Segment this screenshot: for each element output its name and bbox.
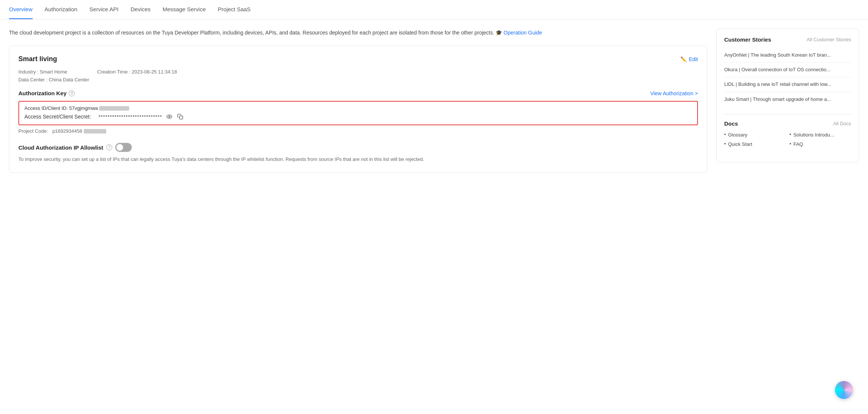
svg-point-0 (167, 115, 172, 118)
ip-allowlist-title: Cloud Authorization IP Allowlist (18, 144, 103, 151)
story-item-2[interactable]: Okura | Overall connection of IoT OS con… (724, 63, 851, 77)
customer-stories-header: Customer Stories All Customer Stories (724, 36, 851, 43)
toggle-thumb (116, 144, 123, 151)
view-authorization-link[interactable]: View Authorization > (650, 90, 698, 96)
access-id-blurred (99, 106, 129, 111)
bullet-1: • (724, 132, 726, 137)
industry-label: Industry : Smart Home (18, 69, 67, 75)
project-title: Smart living (18, 55, 57, 63)
creation-time: Creation Time : 2023-08-25 11:34:18 (97, 69, 177, 75)
customer-stories-section: Customer Stories All Customer Stories An… (724, 36, 851, 106)
docs-header: Docs All Docs (724, 120, 851, 127)
project-meta: Industry : Smart Home Creation Time : 20… (18, 69, 698, 75)
project-card: Smart living ✏️ Edit Industry : Smart Ho… (9, 46, 707, 173)
access-secret-label: Access Secret/Client Secret: (24, 114, 91, 120)
edit-icon: ✏️ (680, 56, 687, 62)
ip-allowlist-section: Cloud Authorization IP Allowlist ? To im… (18, 143, 698, 164)
svg-point-1 (169, 116, 170, 118)
doc-item-faq[interactable]: • FAQ (790, 141, 851, 147)
docs-grid: • Glossary • Solutions Introdu... • Quic… (724, 132, 851, 147)
sidebar-card: Customer Stories All Customer Stories An… (716, 28, 859, 162)
copy-icon (177, 114, 183, 120)
tab-devices[interactable]: Devices (131, 0, 151, 19)
tab-authorization[interactable]: Authorization (45, 0, 78, 19)
svg-rect-2 (179, 116, 183, 119)
description-text: The cloud development project is a colle… (9, 28, 707, 37)
data-center-row: Data Center : China Data Center (18, 77, 698, 82)
tab-service-api[interactable]: Service API (89, 0, 119, 19)
bullet-3: • (724, 141, 726, 147)
left-panel: The cloud development project is a colle… (9, 28, 707, 182)
access-secret-masked: **************************** (98, 114, 162, 120)
project-card-header: Smart living ✏️ Edit (18, 55, 698, 63)
operation-guide-link[interactable]: 🎓 Operation Guide (496, 30, 542, 36)
auth-key-box: Access ID/Client ID: 57vgjmgmwa Access S… (18, 101, 698, 125)
access-id-row: Access ID/Client ID: 57vgjmgmwa (24, 105, 692, 111)
ip-allowlist-help-icon[interactable]: ? (106, 144, 112, 150)
tab-bar: Overview Authorization Service API Devic… (0, 0, 868, 20)
ip-allowlist-desc: To improve security, you can set up a li… (18, 156, 698, 164)
doc-item-glossary[interactable]: • Glossary (724, 132, 786, 138)
auth-key-help-icon[interactable]: ? (69, 90, 75, 96)
project-code-row: Project Code: p1692934458 (18, 128, 698, 134)
customer-stories-title: Customer Stories (724, 36, 771, 43)
reveal-secret-button[interactable] (165, 112, 173, 121)
all-docs-link[interactable]: All Docs (833, 121, 851, 126)
story-item-1[interactable]: AnyOnNet | The leading South Korean IoT … (724, 48, 851, 63)
edit-button[interactable]: ✏️ Edit (680, 56, 698, 62)
customer-stories-list: AnyOnNet | The leading South Korean IoT … (724, 48, 851, 106)
main-content: The cloud development project is a colle… (0, 20, 868, 191)
divider (724, 114, 851, 114)
tab-project-saas[interactable]: Project SaaS (218, 0, 251, 19)
bullet-4: • (790, 141, 791, 147)
auth-key-title: Authorization Key ? (18, 90, 75, 96)
auth-key-header: Authorization Key ? View Authorization > (18, 90, 698, 96)
doc-item-solutions[interactable]: • Solutions Introdu... (790, 132, 851, 138)
project-code-blurred (84, 129, 106, 134)
toggle-track (115, 143, 132, 152)
docs-title: Docs (724, 120, 738, 127)
ip-allowlist-header: Cloud Authorization IP Allowlist ? (18, 143, 698, 152)
story-item-3[interactable]: LIDL | Building a new IoT retail channel… (724, 77, 851, 92)
all-customer-stories-link[interactable]: All Customer Stories (807, 37, 851, 42)
right-panel: Customer Stories All Customer Stories An… (716, 28, 859, 182)
bullet-2: • (790, 132, 791, 137)
copy-secret-button[interactable] (176, 113, 184, 120)
ip-allowlist-toggle[interactable] (115, 143, 132, 152)
story-item-4[interactable]: Juku Smart | Through smart upgrade of ho… (724, 92, 851, 106)
eye-icon (166, 113, 173, 120)
tab-message-service[interactable]: Message Service (163, 0, 206, 19)
tab-overview[interactable]: Overview (9, 0, 33, 19)
auth-key-section: Authorization Key ? View Authorization >… (18, 90, 698, 134)
doc-item-quickstart[interactable]: • Quick Start (724, 141, 786, 147)
docs-section: Docs All Docs • Glossary • Solutions Int… (724, 120, 851, 147)
access-secret-row: Access Secret/Client Secret: ***********… (24, 112, 692, 121)
